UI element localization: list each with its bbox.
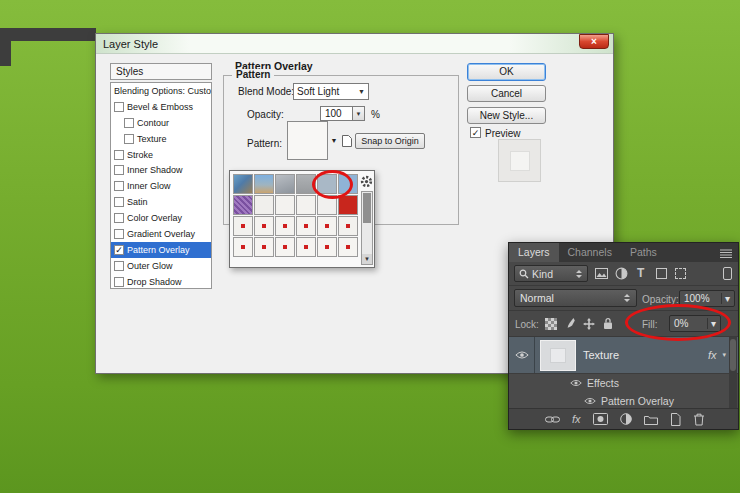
annotation-ellipse bbox=[312, 170, 353, 199]
opacity-input[interactable]: 100 bbox=[320, 106, 353, 121]
cancel-button[interactable]: Cancel bbox=[467, 85, 546, 102]
style-checkbox[interactable] bbox=[114, 102, 124, 112]
filter-pixel-layers-icon[interactable] bbox=[595, 268, 608, 281]
preview-checkbox[interactable]: ✓ bbox=[470, 127, 481, 138]
layer-row-texture[interactable]: Texture fx ▾ bbox=[509, 337, 738, 374]
scrollbar-thumb[interactable] bbox=[363, 193, 371, 223]
pattern-picker-arrow[interactable]: ▼ bbox=[329, 135, 339, 147]
snap-to-origin-button[interactable]: Snap to Origin bbox=[355, 133, 425, 149]
visibility-cell[interactable] bbox=[509, 337, 535, 373]
style-checkbox[interactable] bbox=[114, 165, 124, 175]
style-checkbox[interactable] bbox=[114, 277, 124, 287]
pattern-swatch-14[interactable] bbox=[254, 216, 274, 236]
style-item-color-overlay[interactable]: Color Overlay bbox=[111, 210, 211, 226]
style-checkbox[interactable] bbox=[124, 134, 134, 144]
new-group-folder-icon[interactable] bbox=[644, 414, 658, 425]
effects-label: Effects bbox=[587, 377, 619, 389]
style-item-drop-shadow[interactable]: Drop Shadow bbox=[111, 274, 211, 289]
style-checkbox[interactable] bbox=[114, 213, 124, 223]
new-style-button[interactable]: New Style... bbox=[467, 107, 546, 124]
filter-adjustment-layers-icon[interactable] bbox=[615, 267, 628, 282]
new-preset-icon[interactable] bbox=[340, 134, 354, 148]
pattern-thumbnail[interactable] bbox=[287, 121, 328, 160]
style-item-inner-shadow[interactable]: Inner Shadow bbox=[111, 162, 211, 178]
pattern-swatch-17[interactable] bbox=[317, 216, 337, 236]
effects-collapse-icon[interactable]: ▾ bbox=[722, 351, 726, 359]
style-checkbox[interactable] bbox=[124, 118, 134, 128]
style-item-pattern-overlay[interactable]: ✓Pattern Overlay bbox=[111, 242, 211, 258]
pattern-swatch-1[interactable] bbox=[233, 174, 253, 194]
pattern-swatch-16[interactable] bbox=[296, 216, 316, 236]
new-layer-icon[interactable] bbox=[670, 413, 681, 426]
link-layers-icon[interactable] bbox=[545, 415, 560, 424]
pattern-swatch-2[interactable] bbox=[254, 174, 274, 194]
pattern-swatch-13[interactable] bbox=[233, 216, 253, 236]
style-checkbox[interactable] bbox=[114, 261, 124, 271]
pattern-swatch-7[interactable] bbox=[233, 195, 253, 215]
style-item-stroke[interactable]: Stroke bbox=[111, 147, 211, 163]
style-item-contour[interactable]: Contour bbox=[111, 115, 211, 131]
blend-mode-select[interactable]: Normal bbox=[514, 289, 637, 307]
tab-layers[interactable]: Layers bbox=[509, 243, 559, 262]
style-item-texture[interactable]: Texture bbox=[111, 131, 211, 147]
visibility-cell[interactable] bbox=[569, 379, 583, 387]
lock-all-icon[interactable] bbox=[602, 317, 614, 332]
dialog-title: Layer Style bbox=[103, 38, 158, 50]
style-item-blending-options-custom[interactable]: Blending Options: Custom bbox=[111, 83, 211, 99]
tab-channels[interactable]: Channels bbox=[559, 243, 621, 262]
new-adjustment-layer-icon[interactable] bbox=[620, 413, 632, 425]
pattern-swatch-3[interactable] bbox=[275, 174, 295, 194]
visibility-cell[interactable] bbox=[583, 397, 597, 405]
pattern-swatch-20[interactable] bbox=[254, 237, 274, 257]
delete-layer-trash-icon[interactable] bbox=[693, 413, 705, 426]
pattern-swatch-8[interactable] bbox=[254, 195, 274, 215]
pattern-swatch-18[interactable] bbox=[338, 216, 358, 236]
style-item-gradient-overlay[interactable]: Gradient Overlay bbox=[111, 226, 211, 242]
style-item-inner-glow[interactable]: Inner Glow bbox=[111, 178, 211, 194]
opacity-slider-button[interactable]: ▼ bbox=[353, 106, 365, 121]
filter-type-layers-icon[interactable]: T bbox=[637, 266, 644, 280]
picker-scrollbar[interactable]: ▼ bbox=[361, 191, 373, 265]
scrollbar-thumb[interactable] bbox=[730, 339, 736, 371]
panel-menu-icon[interactable] bbox=[720, 248, 734, 257]
pattern-swatch-22[interactable] bbox=[296, 237, 316, 257]
style-item-label: Stroke bbox=[127, 150, 153, 160]
lock-position-move-icon[interactable] bbox=[583, 318, 595, 332]
pattern-swatch-19[interactable] bbox=[233, 237, 253, 257]
ok-button[interactable]: OK bbox=[467, 63, 546, 81]
style-checkbox[interactable] bbox=[114, 197, 124, 207]
filter-shape-layers-icon[interactable] bbox=[656, 268, 667, 279]
layers-scrollbar[interactable] bbox=[729, 337, 737, 410]
close-button[interactable]: × bbox=[579, 34, 609, 49]
add-layer-mask-icon[interactable] bbox=[593, 413, 608, 425]
style-checkbox[interactable]: ✓ bbox=[114, 245, 124, 255]
pattern-swatch-9[interactable] bbox=[275, 195, 295, 215]
style-item-bevel-emboss[interactable]: Bevel & Emboss bbox=[111, 99, 211, 115]
style-checkbox[interactable] bbox=[114, 181, 124, 191]
lock-transparency-icon[interactable] bbox=[545, 318, 557, 330]
tab-paths[interactable]: Paths bbox=[621, 243, 666, 262]
pattern-swatch-12[interactable] bbox=[338, 195, 358, 215]
style-checkbox[interactable] bbox=[114, 229, 124, 239]
layer-style-fx-icon[interactable]: fx bbox=[572, 413, 581, 425]
pattern-swatch-23[interactable] bbox=[317, 237, 337, 257]
filter-smart-objects-icon[interactable] bbox=[675, 268, 686, 279]
lock-pixels-brush-icon[interactable] bbox=[564, 317, 576, 332]
pattern-swatch-10[interactable] bbox=[296, 195, 316, 215]
filter-toggle-icon[interactable] bbox=[723, 267, 732, 280]
scroll-down-icon[interactable]: ▼ bbox=[362, 254, 372, 264]
pattern-swatch-15[interactable] bbox=[275, 216, 295, 236]
style-checkbox[interactable] bbox=[114, 150, 124, 160]
effects-row[interactable]: Effects bbox=[509, 374, 738, 392]
style-item-satin[interactable]: Satin bbox=[111, 194, 211, 210]
pattern-swatch-24[interactable] bbox=[338, 237, 358, 257]
pattern-swatch-21[interactable] bbox=[275, 237, 295, 257]
dialog-titlebar[interactable]: Layer Style bbox=[96, 34, 613, 54]
style-item-label: Color Overlay bbox=[127, 213, 182, 223]
gear-icon[interactable] bbox=[360, 175, 373, 188]
layer-thumbnail[interactable] bbox=[541, 341, 575, 370]
style-item-outer-glow[interactable]: Outer Glow bbox=[111, 258, 211, 274]
blend-mode-select[interactable]: Soft Light ▼ bbox=[293, 83, 369, 100]
filter-kind-select[interactable]: Kind bbox=[514, 265, 588, 282]
app-chrome-fragment bbox=[0, 28, 96, 41]
